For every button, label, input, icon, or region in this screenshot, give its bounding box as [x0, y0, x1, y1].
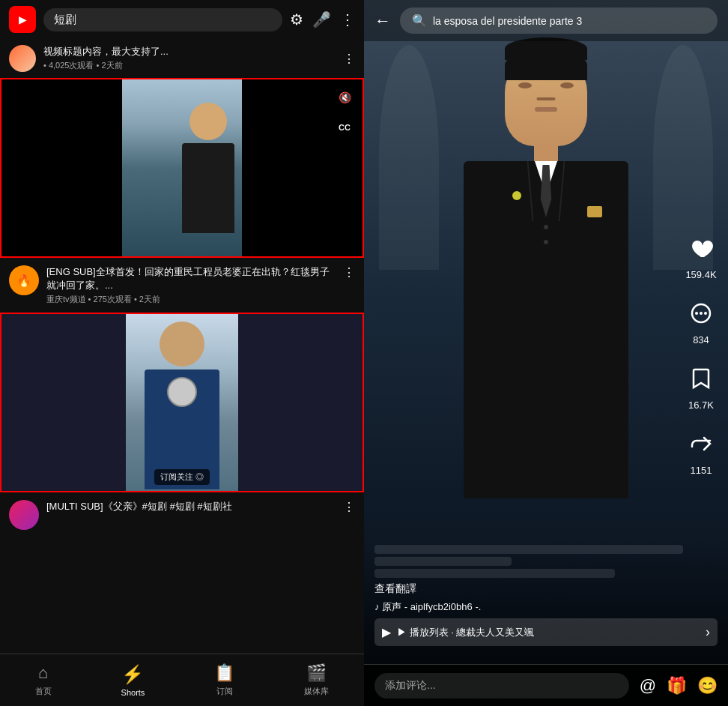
- subscriptions-icon: 📋: [214, 663, 234, 683]
- blurred-text-3: [374, 569, 615, 578]
- nav-home[interactable]: ⌂ 首页: [35, 663, 52, 697]
- video-player-1[interactable]: 🔇 CC: [0, 78, 364, 258]
- library-label: 媒体库: [304, 686, 329, 697]
- comment-count: 834: [693, 334, 709, 346]
- library-icon: 🎬: [306, 663, 327, 683]
- search-text: 短剧: [54, 13, 76, 27]
- channel-3-info: [MULTI SUB]《父亲》#短剧 #短剧 #短剧社: [46, 500, 336, 513]
- action-buttons: 159.4K 834: [683, 230, 719, 476]
- shorts-icon: ⚡: [121, 664, 144, 685]
- mute-icon: 🔇: [339, 91, 351, 103]
- video-meta-1: • 4,025次观看 • 2天前: [43, 60, 336, 71]
- mute-button[interactable]: 🔇: [333, 85, 357, 109]
- share-icon: [683, 426, 719, 462]
- blurred-text-1: [374, 545, 683, 554]
- right-search-icon: 🔍: [412, 13, 427, 28]
- music-text: ♪ 原声 - aiplfycb2i0bh6 -.: [374, 600, 481, 614]
- avatar-img: [9, 500, 39, 530]
- avatar-1: [9, 45, 36, 72]
- comment-bar: 添加评论... @ 🎁 😊: [364, 664, 728, 706]
- right-search-text: la esposa del presidente parte 3: [433, 15, 582, 27]
- translate-button[interactable]: 查看翻譯: [374, 582, 718, 596]
- like-icon: [683, 230, 719, 266]
- top-bar: 短剧 ⚙ 🎤 ⋮: [0, 0, 364, 39]
- share-button[interactable]: 1151: [683, 426, 719, 476]
- emoji-button[interactable]: 😊: [697, 676, 718, 696]
- nav-shorts[interactable]: ⚡ Shorts: [121, 664, 145, 697]
- channel-2-item[interactable]: 🔥 [ENG SUB]全球首发！回家的重民工程员老婆正在出轨？红毯男子就冲回了家…: [0, 258, 364, 313]
- channel-3-avatar: [9, 500, 39, 530]
- nav-library[interactable]: 🎬 媒体库: [304, 663, 329, 697]
- playlist-bar[interactable]: ▶ ▶ 播放列表 · 總裁夫人又美又颯 ›: [374, 618, 718, 646]
- top-icons: ⚙ 🎤 ⋮: [290, 10, 355, 28]
- comment-icon: [683, 295, 719, 331]
- nav-subscriptions[interactable]: 📋 订阅: [214, 663, 234, 697]
- playlist-arrow: ›: [706, 624, 710, 640]
- video-center: [122, 79, 242, 256]
- video2-person: [126, 314, 238, 491]
- back-button[interactable]: ←: [374, 11, 391, 31]
- right-top-bar: ← 🔍 la esposa del presidente parte 3: [364, 0, 728, 41]
- overlay-icons: 🔇 CC: [333, 85, 357, 139]
- more-options-3[interactable]: ⋮: [343, 500, 355, 514]
- main-person: [441, 37, 651, 525]
- music-info: ♪ 原声 - aiplfycb2i0bh6 -.: [374, 600, 718, 614]
- translate-text: 查看翻譯: [374, 582, 416, 594]
- gift-button[interactable]: 🎁: [667, 676, 687, 696]
- channel-2-info: [ENG SUB]全球首发！回家的重民工程员老婆正在出轨？红毯男子就冲回了家。.…: [46, 265, 336, 305]
- channel-3-item[interactable]: [MULTI SUB]《父亲》#短剧 #短剧 #短剧社 ⋮: [0, 492, 364, 537]
- subscriptions-label: 订阅: [216, 686, 233, 697]
- search-bar[interactable]: 短剧: [43, 8, 282, 31]
- like-count: 159.4K: [685, 269, 716, 280]
- save-icon: [683, 360, 719, 396]
- video-title-1: 视频标题内容，最大支持了...: [43, 46, 336, 58]
- svg-point-3: [704, 312, 707, 315]
- filter-icon[interactable]: ⚙: [290, 10, 303, 28]
- video-thumb: [1, 79, 363, 256]
- channel-2-title: [ENG SUB]全球首发！回家的重民工程员老婆正在出轨？红毯男子就冲回了家。.…: [46, 265, 336, 292]
- youtube-logo[interactable]: [9, 6, 36, 33]
- comment-placeholder: 添加评论...: [385, 679, 436, 691]
- more-options-2[interactable]: ⋮: [343, 265, 355, 280]
- shorts-label: Shorts: [121, 688, 145, 697]
- video-item-1[interactable]: 视频标题内容，最大支持了... • 4,025次观看 • 2天前 ⋮: [0, 39, 364, 78]
- cc-button[interactable]: CC: [333, 115, 357, 139]
- video-info-1: 视频标题内容，最大支持了... • 4,025次观看 • 2天前: [43, 46, 336, 71]
- home-label: 首页: [35, 686, 52, 697]
- more-icon[interactable]: ⋮: [340, 10, 355, 28]
- channel-3-title: [MULTI SUB]《父亲》#短剧 #短剧 #短剧社: [46, 500, 336, 513]
- save-count: 16.7K: [688, 399, 714, 411]
- right-panel: ← 🔍 la esposa del presidente parte 3: [364, 0, 728, 706]
- channel-2-meta: 重庆tv频道 • 275次观看 • 2天前: [46, 294, 336, 305]
- mic-icon[interactable]: 🎤: [312, 10, 331, 28]
- subscribe-text: 订阅关注 ◎: [160, 472, 204, 481]
- like-button[interactable]: 159.4K: [683, 230, 719, 280]
- svg-point-2: [700, 312, 703, 315]
- left-panel: 短剧 ⚙ 🎤 ⋮ 视频标题内容，最大支持了... • 4,025次观看 • 2天…: [0, 0, 364, 706]
- subscribe-badge[interactable]: 订阅关注 ◎: [154, 469, 210, 485]
- home-icon: ⌂: [38, 663, 48, 683]
- more-options-1[interactable]: ⋮: [343, 52, 355, 66]
- video2-content: 订阅关注 ◎: [1, 314, 363, 491]
- channel-2-avatar: 🔥: [9, 265, 39, 295]
- at-button[interactable]: @: [640, 676, 656, 696]
- video-content-area: 159.4K 834: [364, 0, 728, 706]
- playlist-text: ▶ 播放列表 · 總裁夫人又美又颯: [397, 626, 706, 639]
- save-button[interactable]: 16.7K: [683, 360, 719, 411]
- right-search-bar[interactable]: 🔍 la esposa del presidente parte 3: [400, 7, 718, 34]
- blurred-text-2: [374, 557, 512, 566]
- comment-input[interactable]: 添加评论...: [374, 673, 629, 699]
- video-player-2[interactable]: 订阅关注 ◎: [0, 313, 364, 492]
- playlist-icon: ▶: [382, 625, 391, 639]
- cc-icon: CC: [339, 123, 351, 132]
- bottom-nav: ⌂ 首页 ⚡ Shorts 📋 订阅 🎬 媒体库: [0, 654, 364, 706]
- share-count: 1151: [691, 465, 712, 476]
- channel-2-icon: 🔥: [16, 274, 31, 288]
- svg-point-1: [695, 312, 698, 315]
- comment-button[interactable]: 834: [683, 295, 719, 346]
